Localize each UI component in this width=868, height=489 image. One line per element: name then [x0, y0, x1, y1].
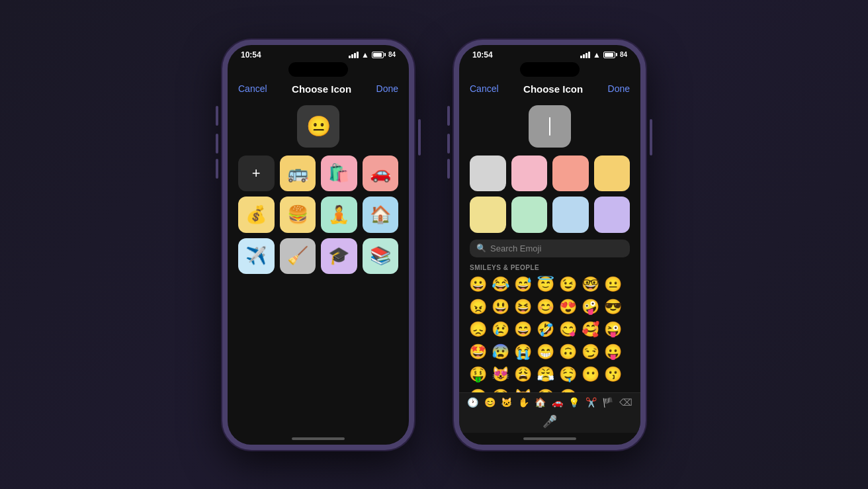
emoji-kissing[interactable]: 😗 — [602, 364, 623, 385]
emoji-heart-eyes[interactable]: 😍 — [557, 296, 578, 318]
grid-cell-yoga[interactable]: 🧘 — [321, 197, 357, 233]
grid-cell-broom[interactable]: 🧹 — [280, 238, 316, 275]
cancel-button-2[interactable]: Cancel — [470, 83, 499, 94]
kb-delete-icon[interactable]: ⌫ — [619, 397, 632, 408]
wifi-icon-2: ▲ — [593, 50, 601, 60]
emoji-beaming[interactable]: 😁 — [535, 341, 556, 363]
search-bar-2[interactable]: 🔍 Search Emoji — [470, 240, 630, 257]
swatch-light-blue[interactable] — [552, 197, 589, 233]
nav-title-1: Choose Icon — [292, 83, 351, 95]
swatch-mint[interactable] — [511, 197, 548, 233]
emoji-crying-cat[interactable]: 😻 — [490, 364, 511, 385]
emoji-cry[interactable]: 😢 — [490, 319, 511, 340]
emoji-smiley[interactable]: 😃 — [490, 296, 511, 318]
phone-2-screen: 10:54 ▲ — [459, 45, 640, 445]
emoji-rolling-laugh[interactable]: 🤣 — [535, 319, 556, 340]
emoji-dizzy[interactable]: 😵 — [535, 386, 556, 392]
swatch-pink[interactable] — [511, 156, 548, 192]
emoji-cat-smile[interactable]: 😼 — [512, 386, 533, 392]
emoji-rich[interactable]: 🤑 — [490, 386, 511, 392]
emoji-steam[interactable]: 😤 — [535, 364, 556, 385]
add-icon-cell[interactable]: + — [238, 156, 275, 192]
kb-symbols-icon[interactable]: 💡 — [568, 397, 580, 408]
emoji-star-struck[interactable]: 🤩 — [467, 341, 488, 363]
grid-cell-bus[interactable]: 🚌 — [280, 156, 316, 192]
grid-cell-books[interactable]: 📚 — [363, 238, 399, 275]
search-icon-2: 🔍 — [476, 244, 486, 253]
cancel-button-1[interactable]: Cancel — [238, 83, 267, 94]
emoji-wink[interactable]: 😉 — [557, 274, 578, 295]
icon-grid-1: + 🚌 🛍️ 🚗 💰 🍔 🧘 🏠 ✈️ 🧹 🎓 📚 — [228, 156, 409, 275]
home-indicator-2 — [459, 433, 640, 445]
kb-emoji-icon[interactable]: 😊 — [484, 397, 496, 408]
grid-cell-burger[interactable]: 🍔 — [280, 197, 316, 233]
emoji-sob[interactable]: 😭 — [557, 386, 578, 392]
emoji-drool[interactable]: 🤤 — [557, 364, 578, 385]
swatch-gray[interactable] — [470, 156, 506, 192]
home-bar-2 — [523, 437, 576, 440]
kb-flags-icon[interactable]: ✂️ — [586, 397, 597, 408]
emoji-disappointed[interactable]: 😞 — [467, 319, 488, 340]
nav-bar-2: Cancel Choose Icon Done — [459, 79, 640, 100]
grid-cell-money[interactable]: 💰 — [238, 197, 275, 233]
emoji-grinning[interactable]: 😀 — [467, 274, 488, 295]
mic-icon[interactable]: 🎤 — [542, 414, 557, 429]
emoji-weary[interactable]: 😩 — [512, 364, 533, 385]
emoji-squinting[interactable]: 😝 — [467, 386, 488, 392]
kb-clock-icon[interactable]: 🕐 — [467, 397, 478, 408]
emoji-smirk[interactable]: 😏 — [580, 341, 601, 363]
kb-travel-icon[interactable]: 🏠 — [535, 397, 546, 408]
swatch-salmon[interactable] — [552, 156, 589, 192]
status-time-2: 10:54 — [472, 50, 493, 60]
signal-icon-2 — [580, 52, 590, 58]
swatch-yellow[interactable] — [594, 156, 630, 192]
emoji-stuck-out[interactable]: 😜 — [602, 319, 623, 340]
phone-1: 10:54 ▲ — [222, 40, 414, 450]
swatch-lavender[interactable] — [594, 197, 630, 233]
emoji-no-mouth[interactable]: 😶 — [580, 364, 601, 385]
emoji-upside-down[interactable]: 🙃 — [557, 341, 578, 363]
emoji-grid-2: 😀 😂 😅 😇 😉 🤓 😐 😠 😃 😆 😊 😍 🤪 😎 😞 😢 — [459, 274, 640, 392]
status-time-1: 10:54 — [241, 50, 261, 60]
emoji-neutral[interactable]: 😐 — [602, 274, 623, 295]
grid-cell-house[interactable]: 🏠 — [363, 197, 399, 233]
emoji-angry[interactable]: 😠 — [467, 296, 488, 318]
emoji-smiling-hearts[interactable]: 🥰 — [580, 319, 601, 340]
swatch-light-yellow[interactable] — [470, 197, 506, 233]
grid-cell-grad[interactable]: 🎓 — [321, 238, 357, 275]
grid-cell-car[interactable]: 🚗 — [363, 156, 399, 192]
status-icons-2: ▲ 84 — [580, 50, 627, 60]
emoji-yum[interactable]: 😋 — [557, 319, 578, 340]
battery-2 — [603, 52, 617, 58]
emoji-tears-joy[interactable]: 😂 — [490, 274, 511, 295]
kb-food-icon[interactable]: ✋ — [518, 397, 529, 408]
emoji-big-smile[interactable]: 😄 — [512, 319, 533, 340]
keyboard-toolbar: 🕐 😊 🐱 ✋ 🏠 🚗 💡 ✂️ 🏴 ⌫ — [459, 392, 640, 412]
emoji-money-mouth[interactable]: 🤑 — [467, 364, 488, 385]
kb-objects-icon[interactable]: 🚗 — [552, 397, 563, 408]
emoji-face-tongue[interactable]: 😛 — [602, 341, 623, 363]
emoji-loudly-crying[interactable]: 😭 — [512, 341, 533, 363]
color-palette-2 — [459, 156, 640, 233]
phone-1-screen: 10:54 ▲ — [228, 45, 409, 445]
done-button-1[interactable]: Done — [376, 83, 398, 94]
emoji-zany[interactable]: 🤪 — [580, 296, 601, 318]
done-button-2[interactable]: Done — [608, 83, 630, 94]
kb-flag-icon[interactable]: 🏴 — [602, 397, 613, 408]
emoji-innocent[interactable]: 😇 — [535, 274, 556, 295]
emoji-blush[interactable]: 😊 — [535, 296, 556, 318]
emoji-sweat-smile[interactable]: 😅 — [512, 274, 533, 295]
kb-animal-icon[interactable]: 🐱 — [501, 397, 512, 408]
dynamic-island-1 — [288, 62, 348, 77]
icon-preview-1: 😐 — [228, 100, 409, 156]
phone-2: 10:54 ▲ — [454, 40, 646, 450]
home-indicator-1 — [228, 433, 409, 445]
emoji-anxious[interactable]: 😰 — [490, 341, 511, 363]
spacer-1 — [228, 274, 409, 433]
emoji-grin[interactable]: 😆 — [512, 296, 533, 318]
emoji-nerd[interactable]: 🤓 — [580, 274, 601, 295]
grid-cell-plane[interactable]: ✈️ — [238, 238, 275, 275]
emoji-sunglasses[interactable]: 😎 — [602, 296, 623, 318]
grid-cell-bags[interactable]: 🛍️ — [321, 156, 357, 192]
preview-box-1: 😐 — [297, 105, 339, 148]
